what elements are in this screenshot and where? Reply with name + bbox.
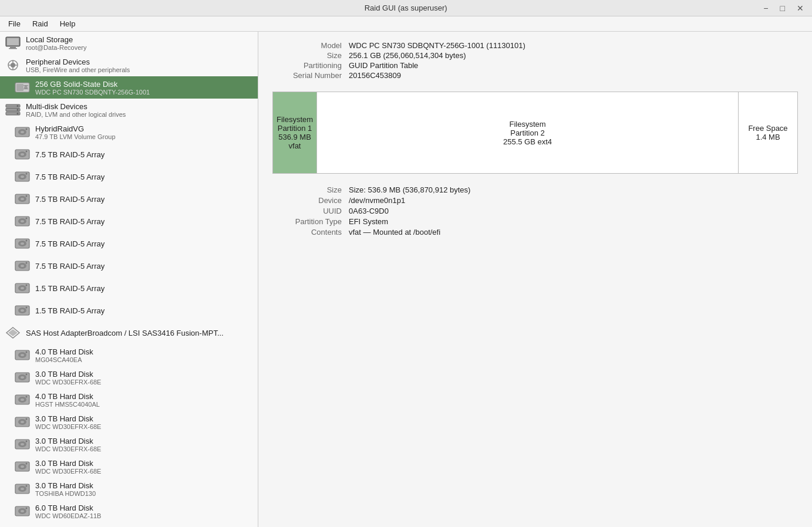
svg-point-73	[21, 421, 24, 423]
sidebar-item-raid5-1[interactable]: 7.5 TB RAID-5 Array	[0, 143, 258, 165]
sidebar-item-ssd-256[interactable]: 256 GB Solid-State Disk WDC PC SN730 SDB…	[0, 76, 258, 99]
model-label: Model	[272, 41, 349, 50]
sidebar-raid5-8-label: 1.5 TB RAID-5 Array	[35, 306, 105, 315]
sidebar-hdd-3tb-2-sublabel: WDC WD30EFRX-68E	[35, 423, 101, 430]
sidebar-hdd-6tb-sublabel: WDC WD60EDAZ-11B	[35, 512, 101, 519]
sidebar-hdd-3tb-1-label: 3.0 TB Hard Disk	[35, 370, 101, 379]
partition-2-line2: Partition 2	[510, 129, 545, 137]
monitor-icon	[5, 35, 21, 51]
sidebar-multidisk-text: Multi-disk Devices RAID, LVM and other l…	[26, 102, 126, 118]
partition-details: Size Size: 536.9 MB (536,870,912 bytes) …	[272, 185, 798, 237]
minimize-button[interactable]: −	[760, 2, 771, 14]
sidebar-item-raid5-6[interactable]: 7.5 TB RAID-5 Array	[0, 255, 258, 277]
svg-point-78	[26, 441, 28, 442]
detail-device-label: Device	[272, 196, 349, 205]
svg-point-69	[21, 398, 24, 401]
svg-point-70	[26, 396, 28, 398]
sidebar-item-hybridraidvg[interactable]: HybridRaidVG 47.9 TB LVM Volume Group	[0, 121, 258, 143]
sidebar-raid5-2-label: 7.5 TB RAID-5 Array	[35, 173, 105, 181]
sidebar: Local Storage root@Data-Recovery Periphe…	[0, 32, 258, 527]
partition-1-line2: Partition 1	[278, 124, 312, 133]
sidebar-raid5-1-text: 7.5 TB RAID-5 Array	[35, 150, 105, 159]
partition-2-line3: 255.5 GB ext4	[503, 137, 552, 146]
sidebar-item-hdd-3tb-6[interactable]: 3.0 TB Hard Disk ST3000DM001-1ER1	[0, 522, 258, 527]
svg-point-36	[26, 195, 28, 197]
hdd-icon-raid5-2	[14, 168, 31, 185]
free-space-segment[interactable]: Free Space 1.4 MB	[739, 92, 797, 173]
partition-1-segment[interactable]: Filesystem Partition 1 536.9 MB vfat	[273, 92, 317, 173]
svg-point-35	[21, 198, 24, 200]
sidebar-raid5-7-label: 1.5 TB RAID-5 Array	[35, 284, 105, 293]
svg-point-66	[26, 374, 28, 376]
sidebar-item-raid5-2[interactable]: 7.5 TB RAID-5 Array	[0, 165, 258, 188]
size-value: 256.1 GB (256,060,514,304 bytes)	[349, 51, 466, 60]
serial-row: Serial Number 20156C453809	[272, 71, 798, 80]
partitioning-value: GUID Partition Table	[349, 61, 418, 70]
detail-type-label: Partition Type	[272, 217, 349, 226]
detail-device-row: Device /dev/nvme0n1p1	[272, 196, 798, 205]
svg-point-19	[17, 109, 19, 111]
sidebar-hdd-3tb-5-sublabel: TOSHIBA HDWD130	[35, 490, 96, 497]
sidebar-ssd-label: 256 GB Solid-State Disk	[35, 80, 150, 89]
svg-point-51	[21, 287, 24, 289]
sidebar-item-raid5-7[interactable]: 1.5 TB RAID-5 Array	[0, 277, 258, 299]
sidebar-item-hdd-3tb-3[interactable]: 3.0 TB Hard Disk WDC WD30EFRX-68E	[0, 433, 258, 455]
sidebar-hdd-3tb-2-label: 3.0 TB Hard Disk	[35, 414, 101, 423]
sidebar-item-raid5-3[interactable]: 7.5 TB RAID-5 Array	[0, 188, 258, 210]
sidebar-hdd-3tb-3-text: 3.0 TB Hard Disk WDC WD30EFRX-68E	[35, 437, 101, 452]
serial-value: 20156C453809	[349, 71, 401, 80]
sidebar-item-hdd-3tb-1[interactable]: 3.0 TB Hard Disk WDC WD30EFRX-68E	[0, 366, 258, 389]
menu-help[interactable]: Help	[54, 18, 82, 29]
sidebar-item-peripheral-devices[interactable]: Peripheral Devices USB, FireWire and oth…	[0, 54, 258, 76]
menubar: File Raid Help	[0, 16, 812, 32]
sidebar-raid5-2-text: 7.5 TB RAID-5 Array	[35, 173, 105, 181]
menu-file[interactable]: File	[2, 18, 26, 29]
svg-point-85	[21, 488, 24, 490]
partition-2-segment[interactable]: Filesystem Partition 2 255.5 GB ext4	[317, 92, 739, 173]
sidebar-hdd-3tb-3-label: 3.0 TB Hard Disk	[35, 437, 101, 445]
menu-raid[interactable]: Raid	[26, 18, 54, 29]
sidebar-hybridraidvg-sublabel: 47.9 TB LVM Volume Group	[35, 133, 116, 140]
sidebar-raid5-1-label: 7.5 TB RAID-5 Array	[35, 150, 105, 159]
sidebar-raid5-4-label: 7.5 TB RAID-5 Array	[35, 217, 105, 226]
sidebar-hybridraidvg-label: HybridRaidVG	[35, 124, 116, 133]
sidebar-item-local-storage[interactable]: Local Storage root@Data-Recovery	[0, 32, 258, 54]
sidebar-item-raid5-5[interactable]: 7.5 TB RAID-5 Array	[0, 232, 258, 255]
hdd-icon-3tb-4	[14, 458, 31, 475]
close-button[interactable]: ✕	[793, 2, 807, 14]
sidebar-item-raid5-8[interactable]: 1.5 TB RAID-5 Array	[0, 299, 258, 322]
sidebar-ssd-text: 256 GB Solid-State Disk WDC PC SN730 SDB…	[35, 80, 150, 96]
sidebar-sas-text: SAS Host AdapterBroadcom / LSI SAS3416 F…	[26, 329, 224, 337]
sidebar-raid5-8-text: 1.5 TB RAID-5 Array	[35, 306, 105, 315]
hdd-icon-raid5-5	[14, 235, 31, 252]
size-label: Size	[272, 51, 349, 60]
content-pane: Model WDC PC SN730 SDBQNTY-256G-1001 (11…	[258, 32, 812, 527]
peripherals-icon	[5, 57, 21, 73]
maximize-button[interactable]: □	[777, 2, 789, 14]
sidebar-item-hdd-3tb-5[interactable]: 3.0 TB Hard Disk TOSHIBA HDWD130	[0, 478, 258, 500]
svg-point-31	[21, 175, 24, 178]
svg-point-44	[26, 240, 28, 242]
sidebar-item-multidisk[interactable]: Multi-disk Devices RAID, LVM and other l…	[0, 99, 258, 121]
detail-contents-label: Contents	[272, 228, 349, 237]
svg-point-40	[26, 218, 28, 219]
sidebar-item-hdd-3tb-4[interactable]: 3.0 TB Hard Disk WDC WD30EFRX-68E	[0, 455, 258, 478]
detail-contents-value: vfat — Mounted at /boot/efi	[349, 228, 440, 237]
serial-label: Serial Number	[272, 71, 349, 80]
sidebar-item-sas-adapter[interactable]: SAS Host AdapterBroadcom / LSI SAS3416 F…	[0, 322, 258, 344]
svg-rect-2	[9, 48, 17, 49]
sidebar-item-hdd-4tb-2[interactable]: 4.0 TB Hard Disk HGST HMS5C4040AL	[0, 389, 258, 411]
detail-size-label: Size	[272, 185, 349, 194]
titlebar-controls: − □ ✕	[760, 2, 807, 14]
sidebar-item-hdd-4tb-1[interactable]: 4.0 TB Hard Disk MG04SCA40EA	[0, 344, 258, 366]
sidebar-hdd-4tb-1-sublabel: MG04SCA40EA	[35, 356, 93, 363]
sidebar-item-raid5-4[interactable]: 7.5 TB RAID-5 Array	[0, 210, 258, 232]
detail-uuid-row: UUID 0A63-C9D0	[272, 207, 798, 215]
sidebar-item-hdd-3tb-2[interactable]: 3.0 TB Hard Disk WDC WD30EFRX-68E	[0, 411, 258, 433]
hdd-icon-raid5-6	[14, 258, 31, 274]
hdd-icon-3tb-1	[14, 369, 31, 386]
sidebar-hybridraidvg-text: HybridRaidVG 47.9 TB LVM Volume Group	[35, 124, 116, 140]
hdd-icon-raid5-8	[14, 302, 31, 319]
sidebar-item-hdd-6tb[interactable]: 6.0 TB Hard Disk WDC WD60EDAZ-11B	[0, 500, 258, 522]
sidebar-hdd-3tb-4-sublabel: WDC WD30EFRX-68E	[35, 468, 101, 475]
